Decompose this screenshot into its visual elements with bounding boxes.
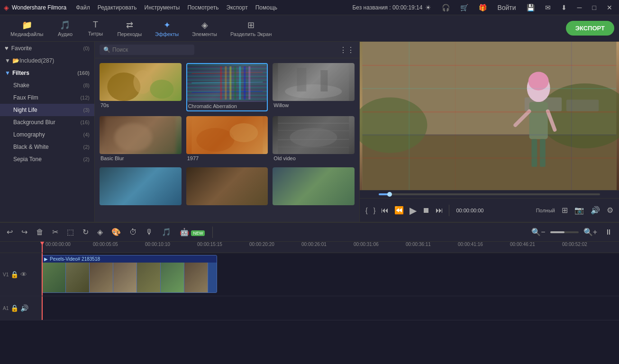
redo-btn[interactable]: ↪	[18, 227, 30, 237]
maximize-btn[interactable]: □	[590, 4, 599, 11]
stop-btn[interactable]: ⏹	[420, 204, 432, 217]
prev-frame-btn[interactable]: ⏮	[379, 204, 391, 217]
included-section[interactable]: ▼ 📂 Included (287)	[0, 55, 94, 67]
fit-screen-icon[interactable]: ⊞	[560, 204, 570, 217]
menu-tools[interactable]: Инструменты	[145, 4, 180, 11]
effect-1977[interactable]: 1977	[186, 116, 268, 163]
favorite-item[interactable]: ♥ Favorite (0)	[0, 42, 94, 55]
mark-in-btn[interactable]: {	[364, 206, 370, 215]
titles-label: Титры	[88, 31, 103, 36]
fullscreen-dropdown[interactable]: Полный	[534, 206, 557, 215]
effect-name-chromatic: Chromatic Aberration	[187, 102, 267, 110]
time-display: 00:00:00:00	[456, 208, 483, 213]
video-clip[interactable]: ▶ Pexels-Video# 2183518	[42, 255, 217, 293]
speed-btn[interactable]: ⏱	[127, 227, 140, 237]
cart-icon[interactable]: 🛒	[457, 4, 471, 11]
search-input[interactable]	[112, 46, 191, 53]
menu-help[interactable]: Помощь	[255, 4, 277, 11]
svg-rect-37	[529, 102, 548, 139]
crop-btn[interactable]: ⬚	[64, 227, 77, 237]
filter-night-life[interactable]: Night Life (3)	[0, 104, 94, 116]
svg-rect-46	[362, 135, 616, 136]
settings-icon[interactable]: ⚙	[605, 204, 615, 217]
rotate-btn[interactable]: ↻	[80, 227, 91, 237]
timeline-ruler[interactable]: 00:00:00:00 00:00:05:05 00:00:10:10 00:0…	[0, 242, 619, 253]
delete-btn[interactable]: 🗑	[33, 227, 46, 237]
voice-btn[interactable]: 🎙	[143, 227, 156, 237]
filters-section[interactable]: ▼ Filters (160)	[0, 67, 94, 79]
effect-old-video[interactable]: Old video	[273, 116, 355, 163]
transitions-btn[interactable]: ⇄ Переходы	[111, 18, 147, 39]
step-back-btn[interactable]: ⏪	[392, 204, 406, 217]
mail-icon[interactable]: ✉	[542, 4, 554, 11]
next-frame-btn[interactable]: ⏭	[434, 204, 445, 217]
filter-lomography[interactable]: Lomography (4)	[0, 128, 94, 141]
cut-btn[interactable]: ✂	[49, 227, 61, 237]
menu-export[interactable]: Экспорт	[227, 4, 248, 11]
effect-name-extra3	[273, 205, 355, 208]
effect-70s[interactable]: 70s	[100, 63, 182, 111]
menu-view[interactable]: Посмотреть	[187, 4, 218, 11]
effect-extra3[interactable]	[273, 167, 355, 208]
lock-icon[interactable]: 🔒	[10, 271, 18, 278]
mark-out-btn[interactable]: }	[372, 206, 378, 215]
split-screen-btn[interactable]: ⊞ Разделить Экран	[225, 18, 277, 39]
filter-shake[interactable]: Shake (8)	[0, 79, 94, 91]
close-btn[interactable]: ✕	[604, 4, 615, 11]
zoom-slider[interactable]	[550, 231, 579, 233]
play-btn[interactable]: ▶	[408, 203, 419, 218]
effect-thumb-1977	[186, 116, 268, 154]
ai-btn[interactable]: 🤖 NEW	[177, 227, 208, 237]
seek-bar[interactable]	[379, 193, 600, 195]
eye-icon[interactable]: 👁	[20, 271, 27, 278]
progress-handle[interactable]	[387, 192, 392, 197]
clip-frames	[42, 263, 217, 293]
effect-extra1[interactable]	[100, 167, 182, 208]
ruler-mark-10: 00:00:52:02	[562, 242, 587, 247]
color-btn[interactable]: 🎨	[109, 227, 124, 237]
menu-edit[interactable]: Редактировать	[98, 4, 137, 11]
audio-btn[interactable]: 🎵 Аудио	[51, 18, 79, 39]
preview-panel: { } ⏮ ⏪ ▶ ⏹ ⏭ 00:00:00:00 Полный ⊞ 📷 🔊 ⚙	[359, 42, 619, 222]
export-button[interactable]: ЭКСПОРТ	[566, 21, 614, 36]
effect-willow[interactable]: Willow	[273, 63, 355, 111]
effects-btn[interactable]: ✦ Эффекты	[149, 18, 184, 39]
filter-bw[interactable]: Black & White (2)	[0, 141, 94, 153]
bg-blur-label: Background Blur	[13, 119, 55, 126]
filter-faux-film[interactable]: Faux Film (12)	[0, 91, 94, 104]
effects2-btn[interactable]: ◈	[94, 227, 106, 237]
video-track: V1 🔒 👁 ▶ Pexels-Video# 2183518	[0, 253, 619, 296]
elements-btn[interactable]: ◈ Элементы	[186, 18, 223, 39]
audio-mix-btn[interactable]: 🎵	[159, 227, 174, 237]
grid-view-icon[interactable]: ⋮⋮	[339, 46, 355, 55]
effect-basic-blur[interactable]: Basic Blur	[100, 116, 182, 163]
titles-btn[interactable]: T Титры	[81, 18, 109, 38]
audio-lock-icon[interactable]: 🔒	[10, 304, 18, 312]
controls-divider	[449, 205, 449, 216]
svg-rect-50	[571, 42, 572, 190]
media-btn[interactable]: 📁 Медиафайлы	[5, 18, 49, 39]
effect-extra2[interactable]	[186, 167, 268, 208]
undo-btn[interactable]: ↩	[4, 227, 16, 237]
gift-icon[interactable]: 🎁	[476, 4, 490, 11]
zoom-out-btn[interactable]: 🔍−	[528, 227, 548, 237]
audio-vol-icon[interactable]: 🔊	[20, 304, 28, 312]
search-box[interactable]: 🔍	[100, 45, 194, 55]
headphone-icon[interactable]: 🎧	[439, 4, 453, 11]
save-icon[interactable]: 💾	[524, 4, 537, 11]
sepia-label: Sepia Tone	[13, 156, 42, 163]
video-track-content[interactable]: ▶ Pexels-Video# 2183518	[42, 253, 619, 296]
volume-icon[interactable]: 🔊	[589, 204, 602, 217]
snapshot-icon[interactable]: 📷	[573, 204, 586, 217]
filter-sepia[interactable]: Sepia Tone (2)	[0, 153, 94, 165]
zoom-fit-btn[interactable]: ⏸	[602, 227, 615, 237]
zoom-in-btn[interactable]: 🔍+	[581, 227, 600, 237]
login-btn[interactable]: Войти	[494, 4, 519, 11]
filter-bg-blur[interactable]: Background Blur (16)	[0, 116, 94, 128]
sun-icon[interactable]: ☀	[422, 4, 434, 11]
effect-chromatic[interactable]: Chromatic Aberration	[186, 63, 268, 111]
menu-file[interactable]: Файл	[76, 4, 90, 11]
minimize-btn[interactable]: ─	[574, 4, 585, 11]
download-icon[interactable]: ⬇	[558, 4, 570, 11]
audio-track-content[interactable]	[42, 296, 619, 320]
